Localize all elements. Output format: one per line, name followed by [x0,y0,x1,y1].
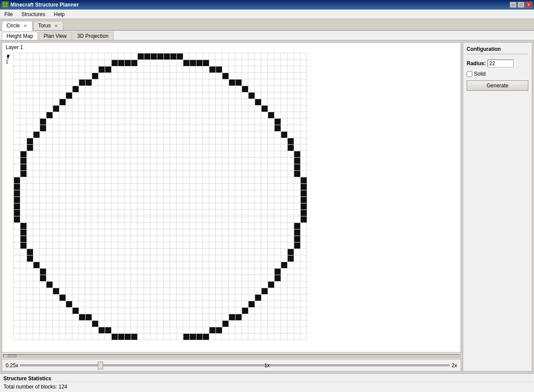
stats-bar: Structure Statistics Total number of blo… [0,373,534,392]
menu-file[interactable]: File [2,10,15,18]
zoom-slider[interactable] [20,365,450,366]
window-title: Minecraft Structure Planner [10,2,79,8]
tab-torus[interactable]: Torus ✕ [33,21,63,30]
app-icon [2,1,9,8]
canvas-area: Layer 1 ▲ 1 [2,43,461,352]
zoom-max-label: 2x [451,362,457,369]
tab-torus-label: Torus [38,23,51,29]
radius-label: Radius: [467,60,486,66]
sub-tab-bar: Height Map Plan View 3D Projection [0,31,534,40]
tab-bar: Circle ✕ Torus ✕ [0,19,534,31]
maximize-button[interactable]: □ [517,2,524,8]
close-button[interactable]: ✕ [525,2,532,8]
config-title: Configuration [467,46,528,54]
svg-rect-2 [6,3,7,4]
zoom-min-label: 0.25x [6,362,18,369]
layer-label: Layer 1 [4,44,459,50]
main-content: Layer 1 ▲ 1 0.25x 1x 2x Configuration [0,40,534,373]
tab-circle[interactable]: Circle ✕ [2,21,33,31]
tab-torus-close[interactable]: ✕ [53,23,59,28]
solid-checkbox[interactable] [467,71,472,77]
right-panel: Configuration Radius: Solid Generate [463,42,532,372]
stats-content: Total number of blocks: 124 [3,384,531,390]
circle-grid-canvas[interactable] [4,51,308,341]
layer-number-display: 1 [6,59,8,64]
solid-row: Solid [467,71,528,77]
menu-help[interactable]: Help [51,10,67,18]
menu-structures[interactable]: Structures [19,10,48,18]
svg-rect-4 [6,5,7,7]
generate-button[interactable]: Generate [467,80,528,91]
sub-tab-plan-view[interactable]: Plan View [39,32,71,40]
tab-circle-label: Circle [7,23,20,29]
window-controls: ─ □ ✕ [510,2,532,8]
zoom-mid-label: 1x [264,362,270,369]
title-bar: Minecraft Structure Planner ─ □ ✕ [0,0,534,10]
scrollbar-thumb[interactable] [8,355,17,357]
title-bar-left: Minecraft Structure Planner [2,1,79,8]
stats-title: Structure Statistics [3,375,531,382]
svg-rect-3 [3,5,5,7]
scrollbar-track[interactable] [3,354,460,358]
radius-input[interactable] [488,60,514,67]
svg-rect-1 [3,3,5,4]
layer-nav-up[interactable]: ▲ [6,53,10,58]
horizontal-scrollbar[interactable] [2,352,461,359]
left-panel: Layer 1 ▲ 1 0.25x 1x 2x [2,42,461,372]
grid-wrapper: ▲ 1 [4,51,459,341]
tab-circle-close[interactable]: ✕ [23,23,28,28]
zoom-slider-thumb[interactable] [98,362,103,369]
sub-tab-3d-projection[interactable]: 3D Projection [73,32,113,40]
minimize-button[interactable]: ─ [510,2,517,8]
zoom-bar: 0.25x 1x 2x [2,359,461,371]
sub-tab-height-map[interactable]: Height Map [2,32,38,40]
radius-row: Radius: [467,60,528,67]
menu-bar: File Structures Help [0,10,534,19]
solid-label: Solid [474,71,486,77]
